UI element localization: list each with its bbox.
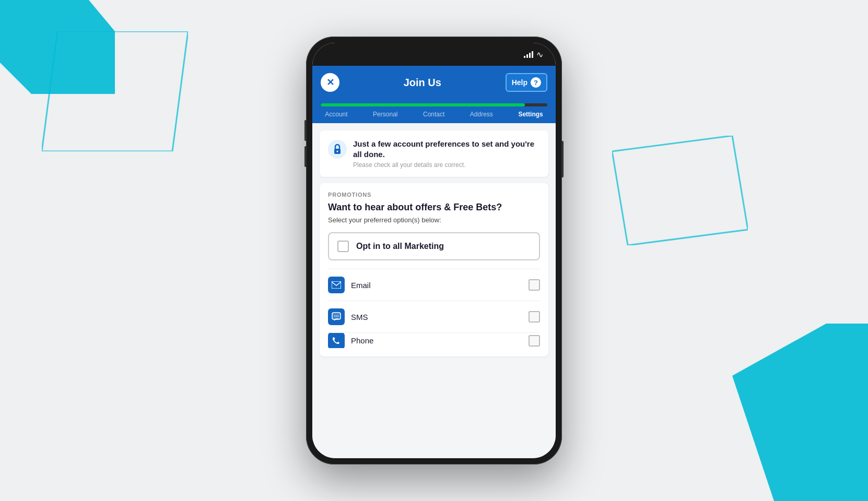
section-label: PROMOTIONS: [328, 192, 540, 198]
close-button[interactable]: ✕: [321, 73, 339, 92]
info-card-title: Just a few account preferences to set an…: [353, 139, 540, 159]
progress-section: [312, 99, 556, 106]
opt-in-all-button[interactable]: Opt in to all Marketing: [328, 232, 540, 260]
volume-down-button: [304, 146, 307, 167]
sms-icon: [328, 308, 345, 325]
svg-rect-7: [332, 281, 341, 289]
sms-channel-row: SMS: [328, 301, 540, 332]
email-label: Email: [351, 281, 522, 290]
close-icon: ✕: [326, 78, 334, 87]
bg-decoration-outline-left: [42, 31, 188, 151]
status-bar: ∿: [312, 43, 556, 66]
svg-rect-8: [332, 281, 341, 289]
promotions-card: PROMOTIONS Want to hear about offers & F…: [320, 183, 548, 356]
info-card-subtitle: Please check all your details are correc…: [353, 161, 540, 169]
email-checkbox[interactable]: [529, 279, 540, 291]
page-title: Join Us: [404, 77, 441, 89]
promotions-title: Want to hear about offers & Free Bets?: [328, 202, 540, 213]
app-header: ✕ Join Us Help ?: [312, 66, 556, 99]
notch: [403, 43, 465, 57]
opt-in-all-label: Opt in to all Marketing: [356, 242, 444, 251]
phone-screen: ∿ ✕ Join Us Help ?: [312, 43, 556, 458]
main-content: Just a few account preferences to set an…: [312, 123, 556, 458]
phone-icon: [328, 332, 345, 348]
help-label: Help: [512, 78, 527, 87]
svg-marker-3: [732, 324, 868, 501]
step-address[interactable]: Address: [470, 111, 493, 118]
power-button: [561, 141, 564, 177]
svg-point-6: [337, 151, 338, 152]
help-button[interactable]: Help ?: [506, 73, 547, 92]
bg-decoration-teal-right: [732, 324, 868, 501]
promotions-subtitle: Select your preferred option(s) below:: [328, 216, 540, 224]
info-card-text: Just a few account preferences to set an…: [353, 139, 540, 169]
svg-marker-2: [612, 136, 748, 245]
phone-checkbox[interactable]: [529, 335, 540, 347]
wifi-icon: ∿: [536, 50, 543, 59]
sms-checkbox[interactable]: [529, 311, 540, 323]
help-question-icon: ?: [531, 77, 541, 88]
signal-icon: [524, 51, 533, 58]
svg-point-11: [336, 316, 337, 317]
step-account[interactable]: Account: [325, 111, 347, 118]
bg-decoration-outline-right: [612, 136, 748, 245]
phone-channel-row: Phone: [328, 332, 540, 348]
step-contact[interactable]: Contact: [423, 111, 444, 118]
sms-label: SMS: [351, 313, 522, 321]
email-icon: [328, 277, 345, 293]
svg-marker-1: [42, 31, 188, 151]
lock-icon: [328, 140, 347, 161]
phone-frame: ∿ ✕ Join Us Help ?: [306, 37, 562, 464]
phone-label: Phone: [351, 336, 522, 345]
bg-decoration-teal-top-left: [0, 0, 115, 94]
steps-nav: Account Personal Contact Address Setting…: [312, 106, 556, 123]
step-settings[interactable]: Settings: [518, 111, 543, 118]
info-card: Just a few account preferences to set an…: [320, 130, 548, 177]
svg-marker-0: [0, 0, 115, 94]
opt-in-all-checkbox[interactable]: [337, 241, 349, 252]
volume-up-button: [304, 120, 307, 141]
status-icons: ∿: [524, 50, 543, 59]
svg-point-12: [337, 316, 338, 317]
svg-point-10: [334, 316, 335, 317]
email-channel-row: Email: [328, 269, 540, 301]
phone-mockup: ∿ ✕ Join Us Help ?: [306, 37, 562, 464]
step-personal[interactable]: Personal: [373, 111, 397, 118]
